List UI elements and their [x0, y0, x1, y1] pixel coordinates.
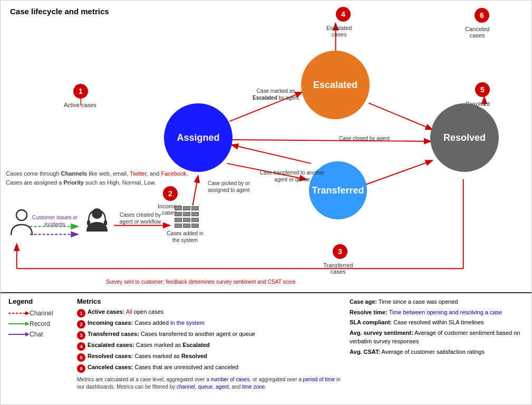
annotation-case-transferred: Case transferred to another agent or que…	[258, 169, 326, 183]
badge-1: 1	[73, 84, 88, 99]
circle-assigned: Assigned	[164, 103, 233, 172]
survey-text: Survey sent to customer; feedback determ…	[106, 279, 296, 285]
svg-line-3	[193, 177, 198, 206]
legend-title: Legend	[8, 297, 72, 305]
channel-arrow-icon	[8, 310, 30, 317]
svg-marker-25	[25, 332, 30, 336]
annotation-customer-issues: Customer issues orincidents	[31, 214, 79, 228]
metric-3: 3 Transferred cases: Cases transferred t…	[77, 331, 342, 340]
rm-case-age: Case age: Time since a case was opened	[350, 297, 524, 306]
annotation-cases-created: Cases created byagent or workflow	[114, 211, 167, 225]
chat-arrow-icon	[8, 331, 30, 338]
queue-icon	[175, 206, 199, 229]
metrics-note: Metrics are calculated at a case level, …	[77, 376, 342, 391]
cases-added-label: Cases added in the system	[164, 230, 206, 244]
circle-escalated: Escalated	[301, 51, 370, 119]
channel-priority-text: Cases come through Channels like web, em…	[6, 169, 188, 187]
badge-3-label: Transferredcases	[323, 262, 353, 275]
legend-record: Record	[8, 320, 72, 327]
metric-2: 2 Incoming cases: Cases added in the sys…	[77, 320, 342, 329]
diagram-area: Case lifecycle and metrics	[1, 1, 531, 293]
legend-channel: Channel	[8, 310, 72, 317]
svg-line-5	[369, 103, 432, 129]
metric-5: 5 Resolved cases: Cases marked as Resolv…	[77, 353, 342, 362]
rm-survey: Avg. survey sentiment: Average of custom…	[350, 329, 524, 346]
metric-6: 6 Canceled cases: Cases that are unresol…	[77, 364, 342, 373]
legend-area: Legend Channel Record	[1, 292, 531, 404]
svg-line-8	[366, 161, 432, 185]
legend-column: Legend Channel Record	[8, 297, 77, 399]
svg-rect-18	[87, 220, 90, 225]
annotation-case-picked: Case picked by orassigned to agent	[200, 180, 258, 194]
metric-1: 1 Active cases: All open cases	[77, 308, 342, 317]
badge-2: 2	[163, 186, 178, 201]
rm-csat: Avg. CSAT: Average of customer satisfact…	[350, 348, 524, 356]
rm-resolve-time: Resolve time: Time between opening and r…	[350, 308, 524, 317]
metrics-title: Metrics	[77, 297, 342, 305]
svg-point-16	[16, 210, 27, 220]
main-container: Case lifecycle and metrics	[0, 0, 532, 405]
annotation-case-closed: Case closed by agent	[333, 135, 396, 142]
badge-1-label: Active cases	[64, 102, 96, 108]
badge-6-label: Canceledcases	[465, 26, 489, 38]
rm-sla: SLA compliant: Case resolved within SLA …	[350, 318, 524, 327]
badge-4: 4	[336, 7, 351, 22]
metric-4: 4 Escalated cases: Cases marked as Escal…	[77, 342, 342, 351]
page-title: Case lifecycle and metrics	[10, 7, 109, 16]
circle-resolved: Resolved	[430, 103, 499, 172]
svg-marker-23	[25, 322, 30, 326]
svg-line-6	[232, 140, 430, 141]
svg-line-9	[232, 145, 311, 163]
agent-icon	[82, 206, 111, 238]
badge-5: 5	[475, 82, 490, 97]
legend-chat: Chat	[8, 331, 72, 338]
badge-4-label: Escalatedcases	[326, 25, 352, 37]
metrics-column: Metrics 1 Active cases: All open cases 2…	[77, 297, 350, 399]
right-metrics: Case age: Time since a case was opened R…	[350, 297, 524, 399]
badge-3: 3	[333, 244, 347, 259]
badge-6: 6	[475, 8, 489, 23]
annotation-escalated-by-agent: Case marked as Escalated by agent	[244, 88, 307, 101]
svg-rect-19	[104, 220, 107, 225]
svg-marker-21	[25, 311, 30, 315]
record-arrow-icon	[8, 320, 30, 327]
